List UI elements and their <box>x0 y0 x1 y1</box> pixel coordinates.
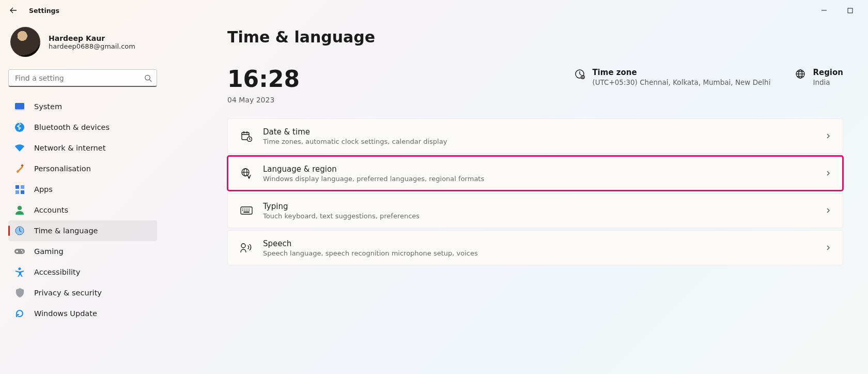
accessibility-icon <box>14 267 25 277</box>
titlebar: Settings <box>0 0 868 21</box>
search-input[interactable] <box>8 69 157 87</box>
card-title: Language & region <box>263 164 484 174</box>
svg-point-16 <box>19 267 21 270</box>
sidebar-item-label: System <box>34 102 62 111</box>
summary-row: 16:28 04 May 2023 Time zone (UTC+05:30) … <box>227 68 843 104</box>
card-sub: Speech language, speech recognition micr… <box>263 249 478 257</box>
window-controls <box>812 1 864 20</box>
svg-point-15 <box>22 251 24 253</box>
region-value: India <box>813 78 843 86</box>
svg-point-10 <box>18 206 22 210</box>
content-area: Time & language 16:28 04 May 2023 Time z… <box>165 21 868 374</box>
minimize-icon <box>821 7 827 13</box>
back-button[interactable] <box>4 1 23 20</box>
sidebar-item-label: Accounts <box>34 206 68 214</box>
globe-icon <box>795 69 805 79</box>
arrow-left-icon <box>9 6 18 14</box>
region-summary[interactable]: Region India <box>795 68 843 86</box>
svg-point-1 <box>145 75 150 80</box>
svg-rect-6 <box>16 185 19 189</box>
chevron-right-icon <box>825 245 831 251</box>
sidebar-item-label: Windows Update <box>34 309 97 318</box>
timezone-value: (UTC+05:30) Chennai, Kolkata, Mumbai, Ne… <box>592 78 770 86</box>
card-sub: Time zones, automatic clock settings, ca… <box>263 138 447 145</box>
monitor-icon <box>14 101 25 112</box>
sidebar-item-windows-update[interactable]: Windows Update <box>8 303 157 324</box>
svg-rect-8 <box>16 190 19 194</box>
sidebar-item-label: Bluetooth & devices <box>34 123 110 131</box>
sidebar-item-label: Apps <box>34 185 53 193</box>
person-icon <box>14 205 25 215</box>
sidebar-item-system[interactable]: System <box>8 96 157 117</box>
search-box <box>8 69 157 87</box>
card-language-region[interactable]: Language & region Windows display langua… <box>227 156 843 191</box>
svg-rect-5 <box>21 164 24 167</box>
svg-point-14 <box>21 250 23 251</box>
profile-name: Hardeep Kaur <box>49 34 135 42</box>
sidebar-item-label: Gaming <box>34 247 64 256</box>
sidebar-item-label: Privacy & security <box>34 289 102 297</box>
brush-icon <box>14 163 25 174</box>
clock-globe-icon <box>14 226 25 236</box>
wifi-icon <box>14 143 25 153</box>
card-typing[interactable]: Typing Touch keyboard, text suggestions,… <box>227 193 843 228</box>
shield-icon <box>14 288 25 298</box>
gamepad-icon <box>14 246 25 257</box>
clock-time: 16:28 <box>227 68 300 91</box>
minimize-button[interactable] <box>812 1 836 20</box>
sidebar-item-bluetooth[interactable]: Bluetooth & devices <box>8 117 157 138</box>
chevron-right-icon <box>825 170 831 176</box>
sidebar-item-personalisation[interactable]: Personalisation <box>8 158 157 179</box>
card-sub: Windows display language, preferred lang… <box>263 175 484 183</box>
clock-block: 16:28 04 May 2023 <box>227 68 300 104</box>
svg-rect-7 <box>21 185 24 189</box>
clock-icon <box>575 69 585 79</box>
cards-list: Date & time Time zones, automatic clock … <box>227 118 843 265</box>
svg-rect-9 <box>21 190 24 194</box>
sidebar-item-label: Network & internet <box>34 144 105 152</box>
svg-point-26 <box>241 244 245 248</box>
card-title: Speech <box>263 239 478 248</box>
card-date-time[interactable]: Date & time Time zones, automatic clock … <box>227 118 843 154</box>
sidebar-item-label: Accessibility <box>34 268 80 276</box>
update-icon <box>14 308 25 319</box>
card-title: Date & time <box>263 127 447 137</box>
sidebar-item-gaming[interactable]: Gaming <box>8 241 157 262</box>
profile-email: hardeep0688@gmail.com <box>49 42 135 50</box>
sidebar-item-time-language[interactable]: Time & language <box>8 220 157 241</box>
speech-icon <box>239 243 254 253</box>
timezone-summary[interactable]: Time zone (UTC+05:30) Chennai, Kolkata, … <box>575 68 770 86</box>
svg-rect-3 <box>15 109 24 110</box>
svg-rect-2 <box>15 103 24 109</box>
card-title: Typing <box>263 202 420 211</box>
card-speech[interactable]: Speech Speech language, speech recogniti… <box>227 230 843 265</box>
calendar-clock-icon <box>239 130 254 142</box>
language-globe-icon <box>239 168 254 179</box>
page-title: Time & language <box>227 28 843 46</box>
sidebar: Hardeep Kaur hardeep0688@gmail.com Syste… <box>0 21 165 374</box>
sidebar-item-accessibility[interactable]: Accessibility <box>8 262 157 282</box>
clock-date: 04 May 2023 <box>227 96 300 104</box>
sidebar-item-privacy[interactable]: Privacy & security <box>8 282 157 303</box>
maximize-button[interactable] <box>838 1 862 20</box>
svg-rect-0 <box>848 8 853 13</box>
bluetooth-icon <box>14 122 25 132</box>
sidebar-item-label: Time & language <box>34 227 98 235</box>
profile-block[interactable]: Hardeep Kaur hardeep0688@gmail.com <box>8 21 157 66</box>
keyboard-icon <box>239 206 254 215</box>
avatar <box>10 27 40 57</box>
region-title: Region <box>813 68 843 77</box>
maximize-icon <box>847 8 853 13</box>
sidebar-item-label: Personalisation <box>34 164 91 173</box>
timezone-title: Time zone <box>592 68 770 77</box>
card-sub: Touch keyboard, text suggestions, prefer… <box>263 212 420 220</box>
chevron-right-icon <box>825 133 831 139</box>
sidebar-item-apps[interactable]: Apps <box>8 179 157 200</box>
chevron-right-icon <box>825 207 831 214</box>
nav-list: System Bluetooth & devices Network & int… <box>8 96 157 324</box>
apps-icon <box>14 184 25 195</box>
sidebar-item-network[interactable]: Network & internet <box>8 138 157 158</box>
app-title: Settings <box>29 7 59 14</box>
sidebar-item-accounts[interactable]: Accounts <box>8 200 157 220</box>
search-icon <box>144 74 152 82</box>
